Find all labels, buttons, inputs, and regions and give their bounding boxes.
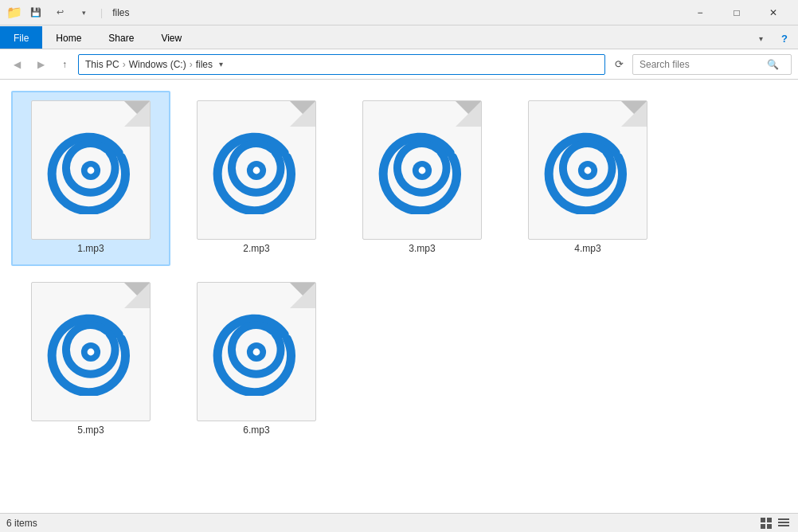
file-icon-2-mp3 bbox=[193, 100, 320, 240]
status-bar: 6 items bbox=[0, 513, 798, 532]
file-item-6-mp3[interactable]: 6.mp3 bbox=[177, 272, 336, 448]
svg-rect-17 bbox=[778, 522, 789, 523]
search-box: 🔍 bbox=[632, 54, 792, 75]
tab-file[interactable]: File bbox=[0, 26, 42, 49]
help-btn[interactable]: ? bbox=[774, 28, 795, 49]
file-label-5-mp3: 5.mp3 bbox=[77, 424, 104, 436]
svg-rect-12 bbox=[761, 518, 765, 522]
breadcrumb-sep-2: › bbox=[190, 59, 193, 70]
breadcrumb-files[interactable]: files bbox=[196, 59, 213, 70]
tab-home[interactable]: Home bbox=[42, 26, 95, 49]
minimize-button[interactable]: − bbox=[682, 0, 718, 25]
main-area: 1.mp32.mp33.mp34.mp35.mp36.mp3 bbox=[0, 80, 798, 513]
file-icon-6-mp3 bbox=[193, 282, 320, 421]
refresh-button[interactable]: ⟳ bbox=[608, 54, 629, 75]
address-dropdown-btn[interactable]: ▾ bbox=[213, 54, 229, 75]
title-controls: − □ ✕ bbox=[682, 0, 792, 25]
app-icon: 📁 bbox=[6, 5, 22, 20]
file-item-4-mp3[interactable]: 4.mp3 bbox=[508, 91, 667, 266]
file-label-2-mp3: 2.mp3 bbox=[243, 243, 269, 254]
list-view-btn[interactable] bbox=[776, 516, 792, 530]
svg-point-9 bbox=[88, 348, 95, 355]
svg-point-11 bbox=[253, 348, 260, 355]
file-icon-4-mp3 bbox=[524, 100, 651, 240]
save-quick-btn[interactable]: 💾 bbox=[25, 2, 46, 23]
up-button[interactable]: ↑ bbox=[54, 54, 75, 75]
breadcrumb-sep-1: › bbox=[123, 59, 126, 70]
item-count: 6 items bbox=[6, 518, 37, 529]
undo-quick-btn[interactable]: ↩ bbox=[49, 2, 70, 23]
file-label-1-mp3: 1.mp3 bbox=[77, 243, 104, 254]
svg-rect-14 bbox=[761, 524, 765, 529]
svg-point-3 bbox=[253, 166, 260, 174]
file-icon-1-mp3 bbox=[27, 100, 155, 240]
svg-rect-16 bbox=[778, 518, 789, 520]
file-icon-5-mp3 bbox=[27, 282, 155, 421]
close-button[interactable]: ✕ bbox=[755, 0, 792, 25]
forward-button[interactable]: ▶ bbox=[30, 54, 51, 75]
title-bar: 📁 💾 ↩ ▾ | files − □ ✕ bbox=[0, 0, 798, 25]
customize-quick-btn[interactable]: ▾ bbox=[73, 2, 94, 23]
view-buttons bbox=[758, 516, 792, 530]
file-item-2-mp3[interactable]: 2.mp3 bbox=[177, 91, 336, 266]
svg-point-5 bbox=[419, 166, 426, 174]
tab-view[interactable]: View bbox=[147, 26, 195, 49]
svg-rect-13 bbox=[767, 518, 772, 522]
window-title: files bbox=[112, 7, 129, 18]
search-input[interactable] bbox=[640, 59, 767, 70]
file-icon-3-mp3 bbox=[358, 100, 486, 240]
ribbon-expand-btn[interactable]: ▾ bbox=[750, 28, 771, 49]
file-item-3-mp3[interactable]: 3.mp3 bbox=[342, 91, 502, 266]
maximize-button[interactable]: □ bbox=[718, 0, 755, 25]
svg-point-1 bbox=[88, 166, 95, 174]
svg-rect-18 bbox=[778, 525, 789, 526]
file-label-4-mp3: 4.mp3 bbox=[574, 243, 600, 254]
file-label-6-mp3: 6.mp3 bbox=[243, 424, 269, 436]
breadcrumb-windows-c[interactable]: Windows (C:) bbox=[129, 59, 186, 70]
file-grid: 1.mp32.mp33.mp34.mp35.mp36.mp3 bbox=[0, 80, 798, 513]
address-bar: ◀ ▶ ↑ This PC › Windows (C:) › files ▾ ⟳… bbox=[0, 49, 798, 80]
back-button[interactable]: ◀ bbox=[6, 54, 27, 75]
search-icon[interactable]: 🔍 bbox=[767, 59, 779, 70]
breadcrumb-this-pc[interactable]: This PC bbox=[85, 59, 119, 70]
file-label-3-mp3: 3.mp3 bbox=[409, 243, 435, 254]
svg-rect-15 bbox=[767, 524, 772, 529]
svg-point-7 bbox=[585, 166, 592, 174]
file-item-5-mp3[interactable]: 5.mp3 bbox=[11, 272, 170, 448]
title-bar-icons: 📁 💾 ↩ ▾ | files bbox=[6, 2, 129, 23]
file-item-1-mp3[interactable]: 1.mp3 bbox=[11, 91, 170, 266]
ribbon-tabs: File Home Share View ▾ ? bbox=[0, 25, 798, 49]
tab-share[interactable]: Share bbox=[95, 26, 147, 49]
grid-view-btn[interactable] bbox=[758, 516, 774, 530]
address-path[interactable]: This PC › Windows (C:) › files ▾ bbox=[78, 54, 605, 75]
